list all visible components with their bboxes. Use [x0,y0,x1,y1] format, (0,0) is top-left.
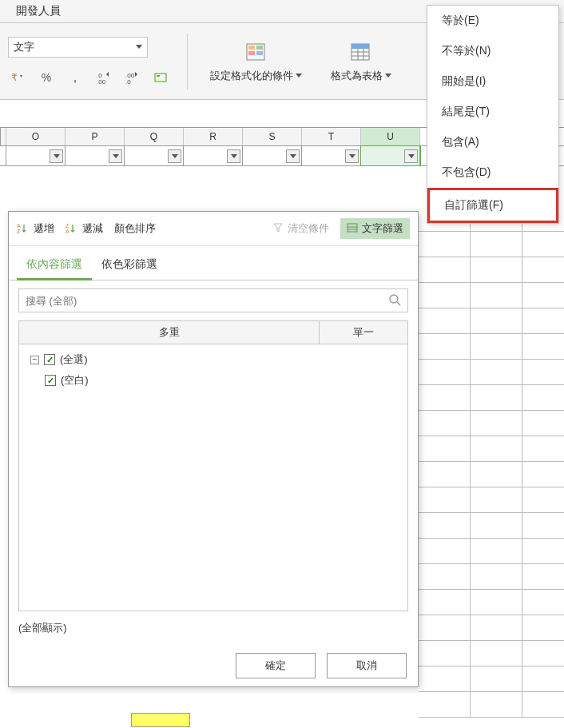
sort-ascending-button[interactable]: AZ 遞增 [17,221,54,236]
filter-dropdown-icon[interactable] [227,149,240,163]
col-head-s[interactable]: S [243,128,302,145]
collapse-icon[interactable]: − [30,356,39,364]
sort-desc-label: 遞減 [82,221,103,236]
filter-cell[interactable] [302,146,361,165]
text-filter-button[interactable]: 文字篩選 [340,218,410,239]
svg-rect-5 [155,74,166,82]
funnel-icon [272,222,284,236]
sort-descending-button[interactable]: ZA 遞減 [66,221,103,236]
checkbox[interactable] [44,354,55,365]
svg-text:A: A [17,223,21,229]
tab-filter-by-content[interactable]: 依內容篩選 [17,251,92,280]
col-head-u[interactable]: U [361,128,420,145]
checkbox[interactable] [45,375,56,386]
svg-rect-22 [348,224,357,232]
menu-not-contains[interactable]: 不包含(D) [427,157,558,188]
filter-stub [0,146,6,165]
format-as-table-label: 格式為表格 [331,69,383,83]
list-item-label: (全選) [60,352,88,367]
filter-cell[interactable] [6,146,66,165]
comma-icon[interactable]: , [66,69,85,86]
menu-custom-filter[interactable]: 自訂篩選(F) [427,188,558,223]
svg-text:.0: .0 [125,78,131,84]
color-sort-button[interactable]: 顏色排序 [114,221,156,236]
menu-not-equals[interactable]: 不等於(N) [427,36,558,66]
list-item[interactable]: (空白) [24,370,403,391]
grid-icon [347,223,358,235]
conditional-format-icon [244,40,269,66]
sort-asc-label: 遞增 [34,221,54,236]
decrease-decimal-icon[interactable]: .00.0 [123,69,142,86]
chevron-down-icon [296,74,302,78]
svg-rect-11 [256,51,263,55]
chevron-down-icon [385,74,391,78]
clear-filter-label: 清空條件 [288,221,329,236]
filter-dropdown-icon[interactable] [286,149,300,163]
show-all-label: (全部顯示) [9,611,418,645]
chevron-down-icon [136,45,142,49]
filter-list: − (全選) (空白) [18,344,408,611]
clear-filter-button[interactable]: 清空條件 [272,221,329,236]
format-as-table-button[interactable]: 格式為表格 [324,37,398,86]
filter-dropdown-icon[interactable] [168,149,181,163]
svg-rect-9 [256,46,263,50]
currency-icon[interactable]: ₹ [8,69,27,86]
svg-text:Z: Z [66,223,70,229]
col-head-q[interactable]: Q [125,128,184,145]
svg-text:A: A [66,229,70,234]
format-text-dropdown[interactable]: 文字 [8,37,148,58]
conditional-format-button[interactable]: 設定格式化的條件 [204,37,308,86]
search-input[interactable] [26,295,388,307]
cell-style-icon[interactable] [152,69,171,86]
svg-rect-8 [248,46,255,50]
filter-cell[interactable] [184,146,243,165]
filter-cell[interactable] [66,146,125,165]
col-head-o[interactable]: O [6,128,66,145]
col-head-r[interactable]: R [184,128,243,145]
highlighted-cell[interactable] [131,713,190,727]
increase-decimal-icon[interactable]: .0.00 [94,69,113,86]
list-item[interactable]: − (全選) [24,349,403,370]
svg-text:.00: .00 [97,78,106,84]
search-icon [388,293,401,308]
filter-cell-active[interactable] [361,146,420,165]
ok-button[interactable]: 確定 [236,653,316,678]
search-box[interactable] [18,288,408,312]
svg-rect-10 [248,51,255,55]
list-header-multi[interactable]: 多重 [19,321,320,344]
list-item-label: (空白) [61,373,89,388]
format-as-table-icon [348,40,374,66]
cancel-button[interactable]: 取消 [327,653,407,678]
svg-text:Z: Z [17,229,21,234]
sort-desc-icon: ZA [66,222,78,235]
text-filter-label: 文字篩選 [362,221,403,236]
menu-begins-with[interactable]: 開始是(I) [427,66,558,97]
filter-cell[interactable] [125,146,184,165]
text-filter-menu: 等於(E) 不等於(N) 開始是(I) 結尾是(T) 包含(A) 不包含(D) … [427,5,559,224]
filter-dropdown-icon[interactable] [109,149,122,163]
format-text-label: 文字 [14,40,34,54]
svg-line-26 [397,302,400,305]
col-head-t[interactable]: T [302,128,361,145]
tab-filter-by-color[interactable]: 依色彩篩選 [92,251,167,280]
svg-text:₹: ₹ [11,72,18,83]
list-header: 多重 單一 [18,320,408,344]
filter-dropdown-icon[interactable] [345,149,359,163]
sort-asc-icon: AZ [17,222,30,235]
col-head-p[interactable]: P [66,128,125,145]
filter-dropdown-icon[interactable] [50,149,63,163]
svg-rect-6 [157,75,160,77]
color-sort-label: 顏色排序 [114,221,156,236]
svg-point-25 [390,295,398,303]
menu-ends-with[interactable]: 結尾是(T) [427,97,558,127]
menu-contains[interactable]: 包含(A) [427,127,558,157]
filter-cell[interactable] [243,146,302,165]
filter-panel: AZ 遞增 ZA 遞減 顏色排序 清空條件 文字篩選 依內容篩選 依色彩篩選 多… [8,211,419,687]
percent-icon[interactable]: % [37,69,56,86]
col-head-stub [0,128,6,145]
filter-dropdown-icon[interactable] [404,149,418,163]
svg-rect-13 [352,44,369,49]
menu-equals[interactable]: 等於(E) [427,6,558,36]
list-header-single[interactable]: 單一 [320,321,407,344]
conditional-format-label: 設定格式化的條件 [210,69,293,83]
